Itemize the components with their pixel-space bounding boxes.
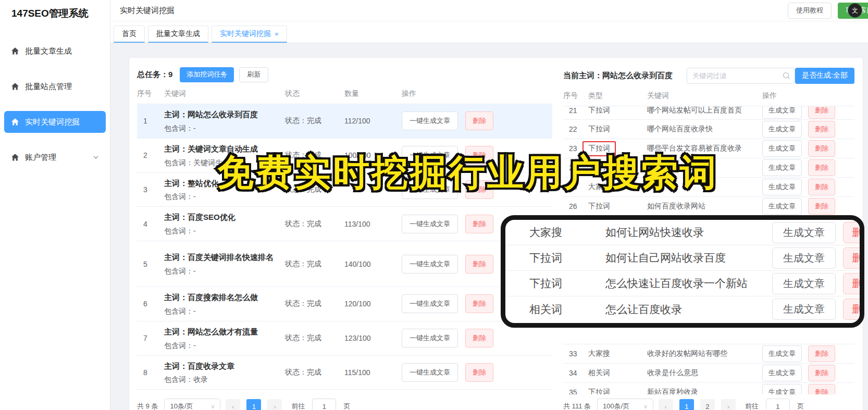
keyword-row: 22下拉词哪个网站百度收录快 生成文章 删除 [563, 120, 854, 139]
tutorial-button[interactable]: 使用教程 [788, 3, 832, 19]
delete-button[interactable]: 删除 [808, 198, 835, 215]
page-number-2[interactable]: 2 [700, 399, 715, 410]
tab-批量文章生成[interactable]: 批量文章生成 [148, 26, 208, 43]
generate-article-button[interactable]: 生成文章 [762, 159, 802, 176]
generate-article-button[interactable]: 生成文章 [762, 106, 802, 119]
delete-button[interactable]: 删除 [843, 222, 864, 243]
refresh-button[interactable]: 刷新 [239, 67, 268, 82]
generate-article-button[interactable]: 生成文章 [772, 222, 836, 243]
delete-button[interactable]: 删除 [808, 179, 835, 195]
generate-article-button[interactable]: 生成文章 [762, 121, 802, 138]
task-include-word: 包含词：- [164, 227, 285, 236]
tab-实时关键词挖掘[interactable]: 实时关键词挖掘× [212, 26, 287, 43]
generate-article-button[interactable]: 生成文章 [762, 179, 802, 195]
generate-articles-button[interactable]: 一键生成文章 [402, 215, 458, 233]
delete-button[interactable]: 删除 [465, 329, 493, 347]
prev-page-icon[interactable]: ‹ [226, 399, 240, 410]
page-title: 实时关键词挖掘 [120, 6, 175, 16]
task-include-word: 包含词：- [164, 267, 285, 276]
keyword-text: 如何让自己网站收录百度 [605, 251, 772, 265]
row-index: 5 [137, 260, 164, 268]
task-page-size-select[interactable]: 10条/页 ∨ [164, 399, 220, 410]
magnified-keyword-row: 大家搜如何让网站快速收录生成文章删除 [505, 220, 860, 245]
translate-badge-icon[interactable]: 文 [848, 3, 862, 18]
generate-article-button[interactable]: 生成文章 [762, 345, 802, 362]
tabs-bar: 首页批量文章生成实时关键词挖掘× [110, 21, 868, 43]
delete-button[interactable]: 删除 [465, 255, 493, 274]
row-index: 2 [137, 151, 164, 159]
generate-articles-button[interactable]: 一键生成文章 [402, 255, 458, 274]
delete-button[interactable]: 删除 [808, 106, 835, 119]
keyword-pagination: 共 111 条 100条/页 ∨ ‹12›前往页 [563, 394, 854, 410]
sidebar-item-label: 实时关键词挖掘 [25, 117, 80, 127]
keyword-table-header: 序号类型关键词操作 [563, 86, 854, 106]
keyword-filter-input[interactable] [687, 68, 795, 84]
delete-button[interactable]: 删除 [808, 365, 835, 381]
keyword-actions: 生成文章 删除 [762, 179, 854, 195]
delete-button[interactable]: 删除 [465, 363, 493, 382]
delete-button[interactable]: 删除 [843, 299, 864, 320]
delete-button[interactable]: 删除 [808, 140, 835, 157]
task-table-body: 1 主词：网站怎么收录到百度 包含词：- 状态：完成112/100 一键生成文章… [137, 104, 552, 390]
row-index: 22 [563, 125, 588, 133]
generate-articles-button[interactable]: 一键生成文章 [402, 294, 458, 313]
next-page-icon[interactable]: › [721, 399, 736, 410]
delete-button[interactable]: 删除 [808, 345, 835, 362]
generate-articles-button[interactable]: 一键生成文章 [402, 329, 458, 347]
goto-page-input[interactable] [312, 399, 336, 410]
chevron-down-icon: ∨ [210, 403, 215, 410]
task-count: 113/100 [344, 220, 402, 228]
delete-button[interactable]: 删除 [843, 247, 864, 269]
keyword-text: 怎么让百度收录 [605, 302, 772, 317]
add-task-button[interactable]: 添加挖词任务 [180, 67, 234, 82]
page-number-1[interactable]: 1 [246, 399, 261, 410]
generate-article-button[interactable]: 生成文章 [772, 299, 836, 320]
close-icon[interactable]: × [275, 30, 279, 38]
delete-button[interactable]: 删除 [465, 215, 493, 233]
generate-articles-button[interactable]: 一键生成文章 [402, 111, 458, 130]
generate-article-button[interactable]: 生成文章 [762, 140, 802, 157]
row-index: 4 [137, 220, 164, 228]
task-row: 4 主词：百度SEO优化 包含词：- 状态：完成113/100 一键生成文章 删… [137, 207, 552, 241]
delete-button[interactable]: 删除 [465, 294, 493, 313]
next-page-icon[interactable]: › [267, 399, 282, 410]
page-number-1[interactable]: 1 [679, 399, 694, 410]
generate-articles-button[interactable]: 一键生成文章 [402, 363, 458, 382]
promo-headline: 免费实时挖掘行业用户搜索词 [217, 153, 718, 193]
sidebar-item-label: 批量文章生成 [25, 46, 72, 56]
goto-label: 前往 [745, 402, 759, 410]
keyword-type: 大家搜 [588, 349, 647, 358]
task-row: 8 主词：百度收录文章 包含词：收录 状态：完成115/100 一键生成文章 删… [137, 356, 552, 390]
keyword-type: 下拉词 [529, 276, 605, 291]
keyword-page-size-select[interactable]: 100条/页 ∨ [597, 399, 653, 410]
keyword-actions: 生成文章 删除 [762, 345, 854, 362]
generate-article-button[interactable]: 生成文章 [762, 365, 802, 381]
tab-首页[interactable]: 首页 [114, 26, 145, 43]
magnified-rows-overlay: 大家搜如何让网站快速收录生成文章删除下拉词如何让自己网站收录百度生成文章删除下拉… [501, 215, 864, 328]
row-index: 1 [137, 117, 164, 125]
keyword-text: 收录是什么意思 [647, 368, 762, 378]
delete-button[interactable]: 删除 [808, 159, 835, 176]
keyword-text: 如何让网站快速收录 [605, 225, 772, 240]
current-main-word-label: 当前主词：网站怎么收录到百度 [563, 71, 687, 81]
generate-all-button[interactable]: 是否生成:全部 [795, 68, 854, 84]
task-count: 120/100 [344, 300, 402, 308]
task-count: 140/100 [344, 260, 402, 268]
sidebar-item-批量站点管理[interactable]: 批量站点管理 [4, 76, 106, 97]
sidebar-item-批量文章生成[interactable]: 批量文章生成 [4, 40, 106, 62]
delete-button[interactable]: 删除 [843, 273, 864, 294]
generate-article-button[interactable]: 生成文章 [762, 198, 802, 215]
delete-button[interactable]: 删除 [808, 121, 835, 138]
generate-article-button[interactable]: 生成文章 [772, 273, 836, 294]
column-header: 操作 [762, 91, 854, 101]
sidebar-item-账户管理[interactable]: 账户管理 [4, 146, 106, 168]
goto-page-input[interactable] [766, 399, 790, 410]
generate-article-button[interactable]: 生成文章 [772, 247, 836, 269]
column-header: 关键词 [164, 89, 285, 98]
prev-page-icon[interactable]: ‹ [659, 399, 673, 410]
task-total-count: 共 9 条 [137, 402, 158, 410]
delete-button[interactable]: 删除 [465, 111, 493, 130]
topbar: 实时关键词挖掘 使用教程 联系客服 文 [110, 0, 868, 21]
keyword-total-count: 共 111 条 [563, 402, 591, 410]
sidebar-item-实时关键词挖掘[interactable]: 实时关键词挖掘 [4, 111, 106, 133]
